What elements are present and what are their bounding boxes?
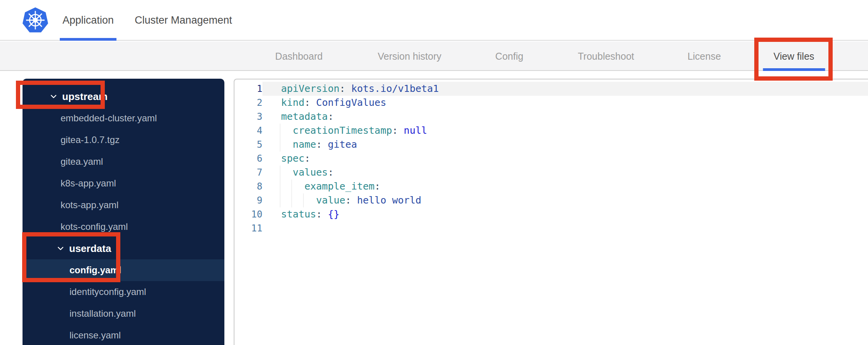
subnav-tab-troubleshoot[interactable]: Troubleshoot xyxy=(578,41,634,71)
token-kw: {} xyxy=(328,209,339,220)
code-text: value: hello world xyxy=(262,193,868,207)
tree-file-installation-yaml[interactable]: installation.yaml xyxy=(23,303,224,324)
token-punc: : xyxy=(345,195,351,206)
tree-file-license-yaml[interactable]: license.yaml xyxy=(23,324,224,345)
subnav-tab-label: Troubleshoot xyxy=(578,51,634,62)
tree-folder-upstream[interactable]: upstream xyxy=(23,86,224,107)
code-text: creationTimestamp: null xyxy=(262,124,868,138)
subnav-tab-license[interactable]: License xyxy=(687,41,721,71)
top-tab-cluster-management[interactable]: Cluster Management xyxy=(124,0,243,41)
token-sp xyxy=(281,195,316,206)
token-sp xyxy=(322,139,328,150)
yaml-file-viewer[interactable]: 1apiVersion: kots.io/v1beta12kind: Confi… xyxy=(234,79,868,345)
token-punc: : xyxy=(375,181,380,192)
token-val: gitea xyxy=(328,139,357,150)
line-number: 5 xyxy=(234,138,262,152)
subnav-tab-version-history[interactable]: Version history xyxy=(378,41,441,71)
code-line-6[interactable]: 6spec: xyxy=(234,152,868,166)
subnav-tab-dashboard[interactable]: Dashboard xyxy=(275,41,323,71)
token-sp xyxy=(310,97,316,108)
token-punc: : xyxy=(304,97,310,108)
kots-admin-console: ApplicationCluster Management DashboardV… xyxy=(0,0,868,345)
token-val: ConfigValues xyxy=(316,97,386,108)
token-sp xyxy=(398,125,404,136)
token-key: spec xyxy=(281,153,304,164)
token-punc: : xyxy=(304,153,310,164)
file-label: license.yaml xyxy=(69,330,121,341)
active-tab-underline xyxy=(60,38,116,41)
file-label: embedded-cluster.yaml xyxy=(61,113,157,124)
token-punc: : xyxy=(340,83,345,94)
line-number: 3 xyxy=(234,110,262,124)
indent-guide xyxy=(280,193,280,207)
indent-guide xyxy=(280,124,280,138)
subnav-tab-label: Version history xyxy=(378,51,441,62)
token-key: creationTimestamp xyxy=(293,125,392,136)
active-tab-underline xyxy=(763,68,825,71)
top-tab-label: Cluster Management xyxy=(135,14,232,26)
code-text: status: {} xyxy=(262,207,868,221)
file-label: config.yaml xyxy=(69,265,121,276)
token-key: status xyxy=(281,209,316,220)
token-key: value xyxy=(316,195,345,206)
line-number: 2 xyxy=(234,96,262,110)
code-line-9[interactable]: 9 value: hello world xyxy=(234,193,868,207)
subnav-tab-view-files[interactable]: View files xyxy=(773,41,814,71)
code-line-5[interactable]: 5 name: gitea xyxy=(234,138,868,152)
chevron-down-icon xyxy=(50,93,57,100)
file-label: kots-app.yaml xyxy=(61,200,118,210)
code-line-4[interactable]: 4 creationTimestamp: null xyxy=(234,124,868,138)
line-number: 9 xyxy=(234,193,262,207)
token-val: hello world xyxy=(357,195,422,206)
token-key: values xyxy=(293,167,328,178)
tree-file-config-yaml[interactable]: config.yaml xyxy=(23,259,224,281)
code-text: metadata: xyxy=(262,110,868,124)
code-line-3[interactable]: 3metadata: xyxy=(234,110,868,124)
folder-label: upstream xyxy=(62,91,108,103)
tree-file-identityconfig-yaml[interactable]: identityconfig.yaml xyxy=(23,281,224,303)
code-text: values: xyxy=(262,166,868,179)
subnav-tab-label: License xyxy=(687,51,721,62)
tree-file-kots-config-yaml[interactable]: kots-config.yaml xyxy=(23,216,224,238)
indent-guide xyxy=(292,193,292,207)
code-text: spec: xyxy=(262,152,868,166)
code-text: kind: ConfigValues xyxy=(262,96,868,110)
token-sp xyxy=(322,209,328,220)
token-key: apiVersion xyxy=(281,83,340,94)
tree-file-gitea-1-0-7-tgz[interactable]: gitea-1.0.7.tgz xyxy=(23,129,224,151)
code-line-1[interactable]: 1apiVersion: kots.io/v1beta1 xyxy=(234,82,868,96)
line-number: 10 xyxy=(234,207,262,221)
file-label: installation.yaml xyxy=(69,308,136,319)
code-line-10[interactable]: 10status: {} xyxy=(234,207,868,221)
token-punc: : xyxy=(328,167,333,178)
subnav-tab-config[interactable]: Config xyxy=(495,41,523,71)
tree-file-gitea-yaml[interactable]: gitea.yaml xyxy=(23,151,224,172)
subnav-tab-label: View files xyxy=(773,51,814,62)
top-tab-application[interactable]: Application xyxy=(52,0,124,41)
token-punc: : xyxy=(392,125,398,136)
token-key: name xyxy=(293,139,316,150)
file-label: k8s-app.yaml xyxy=(61,178,116,189)
tree-file-kots-app-yaml[interactable]: kots-app.yaml xyxy=(23,194,224,216)
tree-folder-userdata[interactable]: userdata xyxy=(23,238,224,259)
chevron-down-icon xyxy=(57,245,64,252)
top-tab-list: ApplicationCluster Management xyxy=(52,0,243,41)
code-line-2[interactable]: 2kind: ConfigValues xyxy=(234,96,868,110)
indent-guide xyxy=(280,166,280,179)
token-sp xyxy=(281,139,293,150)
token-sp xyxy=(281,125,293,136)
top-tab-label: Application xyxy=(62,14,114,26)
line-number: 7 xyxy=(234,166,262,179)
code-line-7[interactable]: 7 values: xyxy=(234,166,868,179)
code-line-8[interactable]: 8 example_item: xyxy=(234,179,868,193)
token-sp xyxy=(281,181,304,192)
indent-guide xyxy=(292,179,292,193)
token-val: kots.io/v1beta1 xyxy=(351,83,439,94)
code-line-11[interactable]: 11 xyxy=(234,221,868,235)
file-label: gitea-1.0.7.tgz xyxy=(61,135,120,145)
tree-file-embedded-cluster-yaml[interactable]: embedded-cluster.yaml xyxy=(23,107,224,129)
tree-file-k8s-app-yaml[interactable]: k8s-app.yaml xyxy=(23,172,224,194)
kubernetes-logo-icon xyxy=(22,6,49,34)
file-tree-sidebar: upstreamembedded-cluster.yamlgitea-1.0.7… xyxy=(23,79,224,345)
token-key: kind xyxy=(281,97,304,108)
